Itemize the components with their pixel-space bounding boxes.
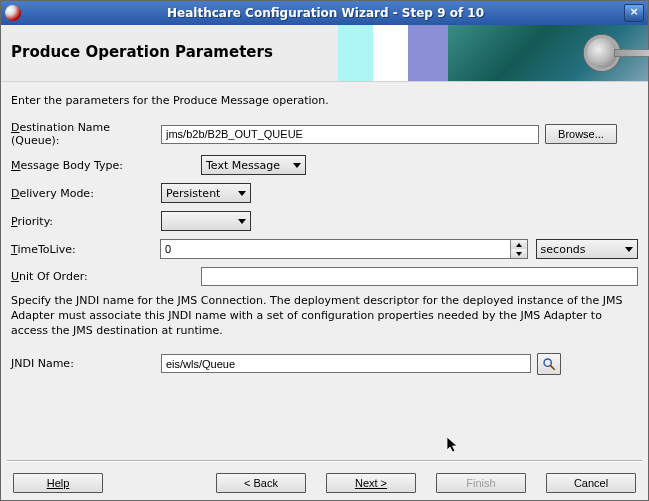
row-priority: Priority: bbox=[11, 211, 638, 231]
close-icon[interactable]: × bbox=[624, 4, 644, 22]
finish-button: Finish bbox=[436, 473, 526, 493]
cancel-button[interactable]: Cancel bbox=[546, 473, 636, 493]
label-msgbody: Message Body Type: bbox=[11, 159, 161, 172]
ttl-spin-down-icon[interactable] bbox=[511, 249, 527, 258]
delivery-combo[interactable]: Persistent bbox=[161, 183, 251, 203]
ttl-input[interactable] bbox=[161, 240, 510, 258]
window-title: Healthcare Configuration Wizard - Step 9… bbox=[27, 6, 624, 20]
label-jndi: JNDI Name: bbox=[11, 357, 161, 370]
ttl-spin-up-icon[interactable] bbox=[511, 240, 527, 249]
back-button[interactable]: < Back bbox=[216, 473, 306, 493]
label-priority: Priority: bbox=[11, 215, 161, 228]
svg-line-1 bbox=[551, 365, 555, 369]
priority-combo[interactable] bbox=[161, 211, 251, 231]
search-icon bbox=[542, 357, 556, 371]
jndi-input[interactable] bbox=[161, 354, 531, 373]
banner: Produce Operation Parameters bbox=[1, 25, 648, 82]
label-delivery: Delivery Mode: bbox=[11, 187, 161, 200]
label-destination: Destination Name (Queue): bbox=[11, 121, 161, 147]
row-ttl: TimeToLive: seconds bbox=[11, 239, 638, 259]
msgbody-value: Text Message bbox=[206, 159, 280, 172]
page-title: Produce Operation Parameters bbox=[11, 43, 273, 61]
app-icon bbox=[5, 5, 21, 21]
jndi-search-button[interactable] bbox=[537, 353, 561, 375]
row-jndi: JNDI Name: bbox=[11, 353, 638, 375]
titlebar: Healthcare Configuration Wizard - Step 9… bbox=[1, 1, 648, 25]
ttl-spinner[interactable] bbox=[160, 239, 528, 259]
button-bar: Help < Back Next > Finish Cancel bbox=[1, 466, 648, 500]
row-msgbody: Message Body Type: Text Message bbox=[11, 155, 638, 175]
destination-input[interactable] bbox=[161, 125, 539, 144]
separator bbox=[7, 460, 642, 462]
row-destination: Destination Name (Queue): Browse... bbox=[11, 121, 638, 147]
next-button[interactable]: Next > bbox=[326, 473, 416, 493]
label-ttl: TimeToLive: bbox=[11, 243, 160, 256]
ttl-unit-value: seconds bbox=[541, 243, 586, 256]
content-area: Enter the parameters for the Produce Mes… bbox=[1, 82, 648, 389]
wizard-window: Healthcare Configuration Wizard - Step 9… bbox=[0, 0, 649, 501]
banner-art bbox=[338, 25, 648, 81]
gear-icon bbox=[584, 35, 620, 71]
unitoforder-input[interactable] bbox=[201, 267, 638, 286]
label-unitoforder: Unit Of Order: bbox=[11, 270, 161, 283]
browse-button[interactable]: Browse... bbox=[545, 124, 617, 144]
msgbody-combo[interactable]: Text Message bbox=[201, 155, 306, 175]
help-button[interactable]: Help bbox=[13, 473, 103, 493]
row-delivery: Delivery Mode: Persistent bbox=[11, 183, 638, 203]
delivery-value: Persistent bbox=[166, 187, 220, 200]
mouse-pointer-icon bbox=[447, 437, 459, 455]
intro-text: Enter the parameters for the Produce Mes… bbox=[11, 94, 638, 107]
jndi-description: Specify the JNDI name for the JMS Connec… bbox=[11, 294, 638, 339]
row-unitoforder: Unit Of Order: bbox=[11, 267, 638, 286]
ttl-unit-combo[interactable]: seconds bbox=[536, 239, 638, 259]
